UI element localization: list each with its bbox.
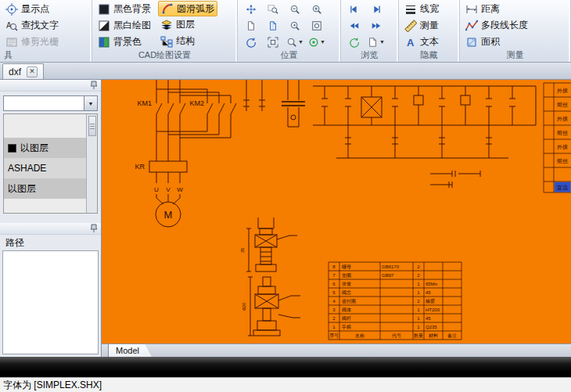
model-tab[interactable]: Model — [108, 344, 152, 357]
measure-toggle-button[interactable]: 测量 — [402, 17, 456, 34]
chevron-down-icon[interactable]: ▼ — [84, 96, 97, 110]
main-area: ▼ 以图层 ASHADE 以图层 — [0, 80, 571, 357]
model-tab-label: Model — [116, 346, 139, 355]
show-points-button[interactable]: 显示点 — [3, 1, 88, 17]
properties-dropdown[interactable]: ▼ — [3, 95, 98, 111]
svg-text:螺母: 螺母 — [342, 264, 351, 270]
find-text-button[interactable]: A 查找文字 — [3, 17, 88, 34]
view-dropdown-button[interactable]: ▼ — [307, 34, 327, 50]
page-paste-button[interactable] — [263, 18, 283, 34]
structure-label: 结构 — [176, 34, 195, 48]
zoom-window-icon — [268, 4, 278, 15]
layers-icon — [160, 19, 173, 31]
pin-icon[interactable] — [90, 224, 98, 233]
polyline-length-button[interactable]: 多段线长度 — [463, 17, 567, 34]
black-background-label: 黑色背景 — [113, 2, 151, 16]
svg-text:M: M — [164, 209, 173, 221]
bw-drawing-button[interactable]: 黑白绘图 — [95, 17, 153, 34]
ribbon-group-measure: 距离 多段线长度 面积 测量 — [460, 0, 571, 62]
black-background-button[interactable]: 黑色背景 — [95, 1, 153, 17]
scrollbar-thumb[interactable] — [88, 116, 96, 136]
svg-text:A: A — [407, 37, 415, 49]
zoom-window-button[interactable] — [263, 2, 283, 17]
first-page-button[interactable] — [344, 18, 365, 34]
svg-text:W: W — [177, 186, 183, 193]
svg-text:6: 6 — [332, 282, 336, 286]
path-panel-title: 路径 — [0, 235, 101, 250]
show-points-label: 显示点 — [21, 2, 49, 16]
structure-icon — [160, 35, 173, 48]
properties-scrollbar[interactable] — [86, 114, 97, 213]
last-page-button[interactable] — [366, 18, 386, 34]
ribbon-group-position-label: 位置 — [238, 49, 340, 61]
area-icon — [465, 36, 478, 49]
black-background-icon — [98, 3, 110, 16]
svg-text:序号: 序号 — [329, 333, 339, 338]
refresh-view-button[interactable] — [344, 34, 365, 50]
smooth-arcs-button[interactable]: 圆滑弧形 — [158, 1, 217, 16]
zoom-extents-button[interactable] — [307, 18, 327, 34]
svg-text:3: 3 — [332, 307, 336, 312]
background-color-icon — [98, 36, 110, 49]
svg-text:HT200: HT200 — [426, 307, 440, 312]
distance-button[interactable]: 距离 — [463, 1, 567, 17]
svg-text:Q235: Q235 — [426, 325, 437, 329]
ribbon-group-measure-label: 测量 — [460, 49, 570, 61]
point-icon — [5, 3, 18, 16]
distance-label: 距离 — [481, 2, 500, 16]
background-color-button[interactable]: 背景色 — [95, 34, 153, 50]
crop-raster-label: 修剪光栅 — [21, 35, 59, 49]
zoom-out-button[interactable] — [285, 2, 305, 17]
text-icon: A — [404, 36, 417, 49]
browse-dropdown-button[interactable]: ▼ — [366, 34, 386, 50]
area-button[interactable]: 面积 — [463, 34, 567, 50]
pan-icon — [246, 4, 257, 15]
distance-icon — [465, 3, 478, 16]
svg-text:手柄: 手柄 — [341, 324, 351, 330]
fit-view-button[interactable] — [263, 34, 283, 50]
crop-raster-button[interactable]: 修剪光栅 — [3, 34, 88, 50]
pin-icon[interactable] — [90, 81, 98, 90]
pan-button[interactable] — [241, 2, 261, 17]
svg-text:2: 2 — [417, 273, 420, 278]
status-bar: 字体为 [SIMPLEX.SHX] — [0, 377, 571, 392]
zoom-in-button[interactable] — [307, 2, 327, 17]
motor-circuit: KM1 KM2 KR U V W M — [135, 80, 236, 227]
lineweight-button[interactable]: 线宽 — [402, 1, 456, 17]
structure-button[interactable]: 结构 — [158, 33, 217, 49]
layers-label: 图层 — [176, 18, 195, 31]
text-toggle-label: 文本 — [420, 35, 439, 49]
rotate-view-button[interactable] — [241, 34, 261, 50]
svg-text:7: 7 — [332, 273, 336, 278]
next-page-button[interactable] — [366, 2, 386, 17]
close-tab-button[interactable]: ✕ — [27, 67, 38, 77]
app-window: 显示点 A 查找文字 修剪光栅 具 黑色背景 — [0, 0, 571, 392]
dropdown-arrow-icon: ▼ — [298, 39, 303, 45]
svg-text:阀体: 阀体 — [342, 307, 351, 313]
svg-text:1: 1 — [417, 325, 420, 329]
drawing-canvas[interactable]: KM1 KM2 KR U V W M — [102, 80, 571, 343]
zoom-previous-button[interactable] — [285, 18, 305, 34]
next-page-icon — [371, 4, 382, 15]
list-item-bylayer-linetype[interactable]: 以图层 — [4, 178, 86, 199]
ribbon-group-browse-label: 浏览 — [341, 49, 398, 61]
list-item-bylayer-color[interactable]: 以图层 — [4, 138, 86, 158]
text-toggle-button[interactable]: A 文本 — [402, 34, 456, 50]
svg-text:直流: 直流 — [557, 185, 568, 191]
side-table: 外接 熔丝 外接 熔丝 外接 熔丝 直流 — [544, 83, 571, 192]
layers-button[interactable]: 图层 — [158, 16, 217, 33]
find-text-label: 查找文字 — [21, 19, 59, 32]
relay-ladder — [313, 86, 536, 188]
path-panel-content[interactable] — [2, 250, 99, 354]
page-copy-button[interactable] — [241, 18, 261, 34]
polyline-length-label: 多段线长度 — [481, 19, 528, 32]
prev-page-icon — [349, 4, 360, 15]
zoom-scale-dropdown-button[interactable]: ▼ — [285, 34, 305, 50]
command-line-panel[interactable] — [0, 357, 571, 377]
svg-text:垫圈: 垫圈 — [342, 273, 351, 279]
list-item-ashade[interactable]: ASHADE — [4, 158, 86, 178]
prev-page-button[interactable] — [344, 2, 365, 17]
document-tab-dxf[interactable]: dxf ✕ — [2, 63, 44, 79]
svg-text:KM2: KM2 — [189, 99, 204, 107]
ribbon-group-cad-settings: 黑色背景 黑白绘图 背景色 圆滑弧形 — [92, 0, 238, 62]
